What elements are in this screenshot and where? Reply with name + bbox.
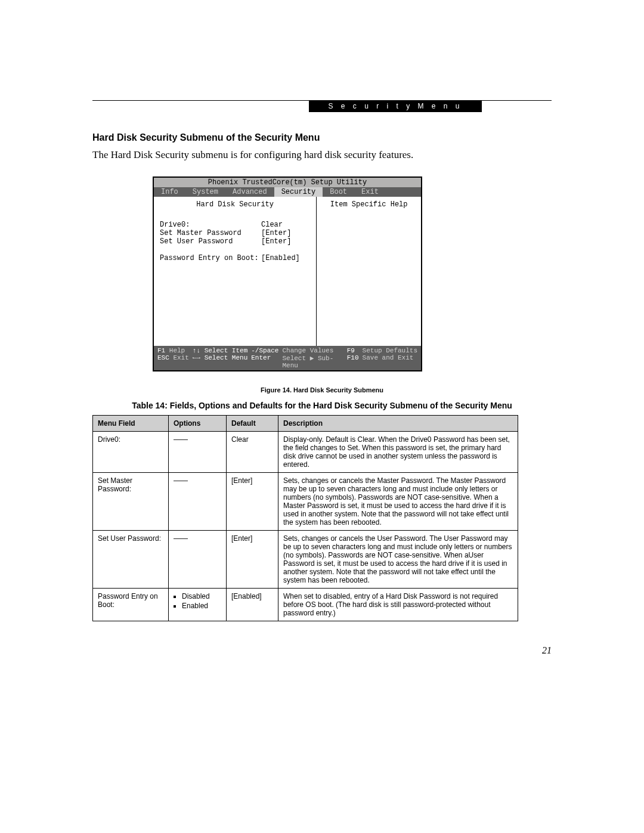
bios-tab-advanced: Advanced: [225, 187, 274, 197]
key-setup-defaults: Setup Defaults: [363, 347, 417, 354]
cell-description: Sets, changes or cancels the User Passwo…: [278, 531, 518, 589]
key-exit: Exit: [173, 354, 188, 361]
cell-description: Display-only. Default is Clear. When the…: [278, 432, 518, 473]
bios-tab-system: System: [185, 187, 225, 197]
bios-value: [Enter]: [261, 229, 291, 237]
key-save-exit: Save and Exit: [363, 354, 417, 369]
th-options: Options: [169, 416, 227, 432]
th-menu-field: Menu Field: [93, 416, 169, 432]
key-help: Help: [169, 347, 185, 354]
bios-footer: F1 Help ↑↓ Select Item -/Space Change Va…: [154, 346, 421, 370]
bios-item-set-master: Set Master Password [Enter]: [160, 229, 310, 237]
table-row: Set User Password:——[Enter]Sets, changes…: [93, 531, 518, 589]
th-description: Description: [278, 416, 518, 432]
key-submenu: Select ▶ Sub-Menu: [282, 354, 343, 369]
cell-options: ——: [169, 531, 227, 589]
bios-tabs: InfoSystemAdvancedSecurityBootExit: [154, 187, 421, 197]
bios-tab-boot: Boot: [323, 187, 354, 197]
table-14: Menu Field Options Default Description D…: [92, 415, 518, 621]
bios-tab-info: Info: [154, 187, 185, 197]
bios-item-drive0: Drive0: Clear: [160, 221, 310, 229]
bios-item-set-user: Set User Password [Enter]: [160, 237, 310, 246]
key-f1: F1: [157, 347, 165, 354]
cell-options: ——: [169, 473, 227, 531]
key-select-menu: ←→ Select Menu: [193, 354, 247, 369]
bios-item-pwd-entry: Password Entry on Boot: [Enabled]: [160, 254, 310, 262]
cell-menu-field: Set User Password:: [93, 531, 169, 589]
bios-label: Set User Password: [160, 237, 261, 246]
key-change: -/Space: [251, 347, 278, 354]
cell-description: When set to disabled, entry of a Hard Di…: [278, 589, 518, 621]
bios-label: Set Master Password: [160, 229, 261, 237]
bios-left-title: Hard Disk Security: [160, 200, 310, 209]
table-title: Table 14: Fields, Options and Defaults f…: [0, 401, 644, 410]
bios-label: Drive0:: [160, 221, 261, 229]
table-header-row: Menu Field Options Default Description: [93, 416, 518, 432]
cell-default: [Enter]: [227, 531, 278, 589]
cell-default: [Enter]: [227, 473, 278, 531]
cell-menu-field: Drive0:: [93, 432, 169, 473]
cell-menu-field: Set Master Password:: [93, 473, 169, 531]
bios-right-title: Item Specific Help: [323, 200, 415, 209]
cell-default: Clear: [227, 432, 278, 473]
key-select-item: ↑↓ Select Item: [193, 347, 247, 354]
page-title: Hard Disk Security Submenu of the Securi…: [92, 132, 320, 143]
key-f10: F10: [347, 354, 359, 361]
cell-description: Sets, changes or cancels the Master Pass…: [278, 473, 518, 531]
section-chip: S e c u r i t y M e n u: [309, 100, 482, 112]
key-change-label: Change Values: [282, 347, 343, 354]
table-row: Password Entry on Boot:DisabledEnabled[E…: [93, 589, 518, 621]
bios-value: [Enabled]: [261, 254, 300, 262]
bios-tab-security: Security: [274, 187, 323, 197]
key-esc: ESC: [157, 354, 169, 361]
cell-options: ——: [169, 432, 227, 473]
figure-caption: Figure 14. Hard Disk Security Submenu: [0, 386, 644, 394]
bios-label: Password Entry on Boot:: [160, 254, 261, 262]
page-number: 21: [542, 645, 552, 656]
th-default: Default: [227, 416, 278, 432]
table-row: Set Master Password:——[Enter]Sets, chang…: [93, 473, 518, 531]
intro-text: The Hard Disk Security submenu is for co…: [92, 149, 413, 161]
cell-menu-field: Password Entry on Boot:: [93, 589, 169, 621]
table-row: Drive0:——ClearDisplay-only. Default is C…: [93, 432, 518, 473]
bios-screenshot: Phoenix TrustedCore(tm) Setup Utility In…: [153, 176, 422, 371]
key-f9: F9: [347, 347, 355, 354]
key-enter: Enter: [251, 354, 278, 369]
bios-title: Phoenix TrustedCore(tm) Setup Utility: [154, 178, 421, 187]
bios-value: [Enter]: [261, 237, 291, 246]
bios-tab-exit: Exit: [354, 187, 386, 197]
cell-options: DisabledEnabled: [169, 589, 227, 621]
cell-default: [Enabled]: [227, 589, 278, 621]
bios-value: Clear: [261, 221, 283, 229]
